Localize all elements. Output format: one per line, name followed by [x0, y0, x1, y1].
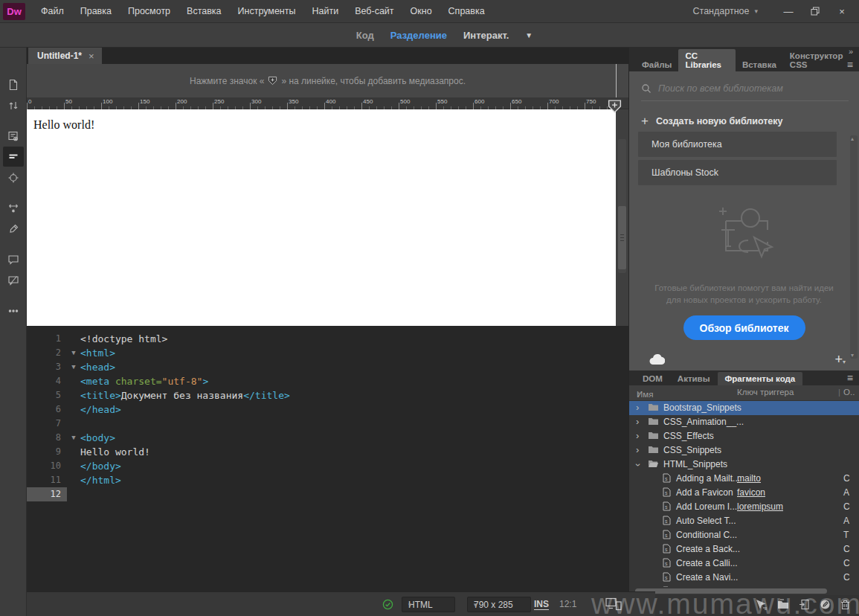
snippet-file-row[interactable]: sAdd Loreum I...loremipsumC — [629, 500, 859, 514]
code-line[interactable]: 9Hello world! — [27, 445, 628, 459]
snippet-trigger-key[interactable]: loremipsum — [737, 501, 783, 512]
code-text[interactable]: Hello world! — [80, 445, 150, 459]
scroll-down-icon[interactable]: ▾ — [851, 352, 854, 359]
document-tab[interactable]: Untitled-1* × — [28, 48, 102, 64]
fold-toggle-icon[interactable]: ▼ — [67, 346, 80, 360]
code-line[interactable]: 5<title>Документ без названия</title> — [27, 388, 628, 402]
style-rendering-button[interactable] — [3, 219, 24, 239]
device-preview-icon[interactable] — [605, 597, 622, 611]
snippet-folder-row[interactable]: ›CSS_Snippets — [629, 443, 859, 458]
file-management-button[interactable] — [3, 95, 24, 115]
code-view[interactable]: 1<!doctype html>2▼<html>3▼<head>4<meta c… — [27, 326, 628, 616]
menu-window[interactable]: Окно — [402, 1, 440, 21]
panel-scrollbar[interactable]: ▴▾ — [850, 135, 858, 359]
create-library-button[interactable]: + Создать новую библиотеку — [641, 114, 847, 129]
new-snippet-button[interactable] — [799, 599, 810, 613]
view-mode-live[interactable]: Интеракт. — [463, 30, 509, 41]
new-folder-button[interactable] — [777, 599, 789, 612]
add-library-button[interactable]: +▾ — [834, 352, 846, 368]
fold-toggle-icon[interactable]: ▼ — [67, 360, 80, 374]
code-line[interactable]: 11</html> — [27, 473, 628, 487]
viewport-resize-handle[interactable] — [618, 206, 626, 269]
expand-icon[interactable]: › — [636, 402, 639, 414]
code-line[interactable]: 6</head> — [27, 402, 628, 417]
view-mode-code[interactable]: Код — [356, 30, 374, 41]
minimize-button[interactable]: — — [777, 4, 800, 19]
code-text[interactable]: <meta charset="utf-8"> — [80, 374, 208, 388]
design-view[interactable]: Hello world! — [27, 109, 628, 326]
design-canvas[interactable]: Hello world! — [27, 109, 616, 326]
snippet-trigger-key[interactable]: mailto — [737, 473, 761, 484]
code-text[interactable]: </body> — [80, 459, 121, 473]
scrollbar-thumb[interactable] — [635, 588, 827, 594]
inspect-button[interactable] — [3, 167, 24, 187]
delete-snippet-button[interactable] — [840, 599, 850, 613]
insert-mode-indicator[interactable]: INS — [534, 599, 549, 610]
panel-menu-icon[interactable]: ≡ — [847, 59, 853, 71]
comments-off-button[interactable] — [3, 270, 24, 290]
library-item-stock-templates[interactable]: Шаблоны Stock — [638, 160, 837, 185]
menu-help[interactable]: Справка — [440, 1, 493, 21]
code-line[interactable]: 12 — [27, 487, 628, 501]
code-line[interactable]: 8▼<body> — [27, 431, 628, 445]
horizontal-ruler[interactable]: 0501001502002503003504004505005506006507… — [27, 97, 628, 109]
fold-toggle-icon[interactable]: ▼ — [67, 431, 80, 445]
snippet-file-row[interactable]: sAdding a Mailt...mailtoC — [629, 472, 859, 486]
panel-tab-dom[interactable]: DOM — [635, 372, 670, 385]
code-line[interactable]: 4<meta charset="utf-8"> — [27, 374, 628, 388]
snippet-folder-row[interactable]: ›HTML_Snippets — [629, 458, 859, 472]
scroll-up-icon[interactable]: ▴ — [851, 135, 854, 142]
panel-tab-активы[interactable]: Активы — [670, 372, 718, 385]
window-size-select[interactable]: 790 x 285▾ — [467, 597, 531, 612]
live-view-options-button[interactable] — [3, 126, 24, 146]
collapse-icon[interactable]: › — [632, 463, 644, 466]
snippet-folder-row[interactable]: ›CSS_Animation__... — [629, 415, 859, 429]
media-query-marker[interactable] — [607, 99, 622, 114]
snippet-file-row[interactable]: sCreate a Calli...C — [629, 556, 859, 571]
column-trigger-key[interactable]: Ключ триггера — [737, 388, 794, 397]
code-line[interactable]: 7 — [27, 417, 628, 431]
browse-libraries-button[interactable]: Обзор библиотек — [683, 315, 805, 340]
snippets-horizontal-scrollbar[interactable] — [629, 587, 859, 595]
comments-button[interactable] — [3, 249, 24, 269]
code-text[interactable]: <body> — [80, 431, 115, 445]
expand-icon[interactable]: › — [636, 416, 639, 428]
menu-edit[interactable]: Правка — [72, 1, 120, 21]
panel-menu-icon[interactable]: ≡ — [847, 372, 853, 384]
menu-view[interactable]: Просмотр — [120, 1, 178, 21]
code-line[interactable]: 2▼<html> — [27, 346, 628, 360]
code-text[interactable]: <title>Документ без названия</title> — [80, 388, 290, 402]
code-line[interactable]: 1<!doctype html> — [27, 332, 628, 346]
close-button[interactable]: × — [831, 4, 853, 19]
menu-file[interactable]: Файл — [33, 1, 72, 21]
snippet-folder-row[interactable]: ›CSS_Effects — [629, 429, 859, 443]
code-text[interactable]: <html> — [80, 346, 115, 360]
code-text[interactable]: <head> — [80, 360, 115, 374]
expand-icon[interactable]: › — [636, 444, 639, 456]
more-tools-button[interactable] — [3, 301, 24, 321]
column-description[interactable]: О.. — [843, 388, 855, 397]
snippet-trigger-key[interactable]: favicon — [737, 487, 765, 498]
format-button[interactable] — [3, 147, 24, 167]
snippet-file-row[interactable]: sAdd a FaviconfaviconA — [629, 486, 859, 500]
panel-tab-файлы[interactable]: Файлы — [635, 58, 678, 71]
code-line[interactable]: 10</body> — [27, 459, 628, 473]
edit-snippet-button[interactable] — [820, 599, 831, 613]
menu-find[interactable]: Найти — [303, 1, 347, 21]
code-text[interactable]: <!doctype html> — [80, 332, 167, 346]
view-mode-split[interactable]: Разделение — [390, 30, 447, 41]
extract-button[interactable] — [3, 198, 24, 218]
doctype-select[interactable]: HTML▾ — [402, 597, 455, 612]
panel-tab-вставка[interactable]: Вставка — [736, 58, 783, 71]
library-search-input[interactable] — [658, 83, 829, 94]
snippet-file-row[interactable]: sCreate a Navi...C — [629, 571, 859, 585]
expand-icon[interactable]: › — [636, 430, 639, 442]
code-text[interactable]: </head> — [80, 402, 121, 417]
design-text[interactable]: Hello world! — [27, 109, 616, 132]
menu-site[interactable]: Веб-сайт — [347, 1, 402, 21]
menu-tools[interactable]: Инструменты — [230, 1, 304, 21]
library-search[interactable] — [641, 83, 849, 101]
workspace-switcher[interactable]: Стандартное ▾ — [693, 6, 777, 16]
open-documents-button[interactable] — [3, 74, 24, 94]
tab-close-icon[interactable]: × — [89, 51, 94, 62]
